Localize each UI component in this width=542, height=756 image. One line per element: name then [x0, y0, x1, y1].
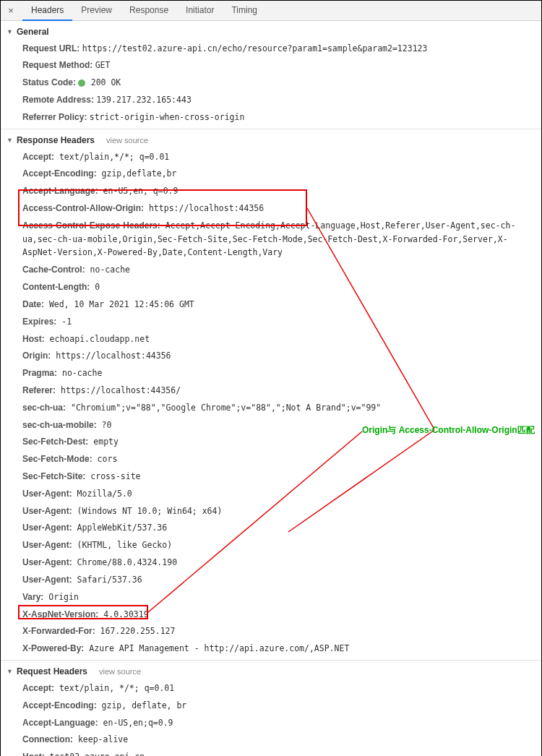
response-header-value: Chrome/88.0.4324.190: [72, 557, 177, 567]
tab-initiator[interactable]: Initiator: [177, 1, 223, 21]
request-header-value: keep-alive: [73, 734, 128, 744]
response-header-label: User-Agent:: [22, 575, 72, 585]
referrer-policy-value: strict-origin-when-cross-origin: [90, 112, 245, 122]
referrer-policy-label: Referrer Policy:: [22, 112, 87, 122]
response-header-label: Cache-Control:: [22, 265, 85, 275]
response-header-row: Accept: text/plain,*/*; q=0.01: [1, 148, 541, 166]
request-header-label: Accept-Encoding:: [22, 700, 97, 710]
response-header-row: X-AspNet-Version: 4.0.30319: [1, 606, 541, 623]
request-url-row: Request URL: https://test02.azure-api.cn…: [1, 40, 541, 57]
response-header-label: User-Agent:: [22, 557, 72, 567]
response-header-value: echoapi.cloudapp.net: [45, 334, 150, 344]
tab-response[interactable]: Response: [121, 1, 177, 21]
remote-address-value: 139.217.232.165:443: [96, 95, 192, 105]
response-header-value: AppleWebKit/537.36: [72, 523, 168, 533]
response-header-label: User-Agent:: [22, 489, 72, 499]
close-icon[interactable]: ×: [5, 5, 17, 17]
response-header-value: Azure API Management - http://api.azure.…: [84, 643, 349, 653]
response-header-value: no-cache: [85, 265, 130, 275]
response-header-row: User-Agent: AppleWebKit/537.36: [1, 520, 541, 537]
request-header-label: Accept:: [22, 683, 54, 693]
tab-preview[interactable]: Preview: [72, 1, 121, 21]
response-header-value: Wed, 10 Mar 2021 12:45:06 GMT: [44, 299, 194, 309]
response-header-label: Expires:: [22, 317, 56, 327]
status-ok-icon: [78, 80, 85, 87]
response-header-value: ?0: [97, 420, 112, 430]
response-header-label: Sec-Fetch-Dest:: [22, 437, 88, 447]
request-header-value: en-US,en;q=0.9: [98, 718, 173, 728]
response-header-label: User-Agent:: [22, 540, 72, 550]
request-header-row: Accept-Encoding: gzip, deflate, br: [1, 697, 541, 714]
response-headers-title: Response Headers: [17, 135, 95, 145]
request-headers-title: Request Headers: [17, 666, 87, 676]
response-header-row: User-Agent: Mozilla/5.0: [1, 485, 541, 502]
response-header-label: Pragma:: [22, 368, 57, 378]
response-header-row: Host: echoapi.cloudapp.net: [1, 330, 541, 348]
response-header-value: no-cache: [57, 368, 102, 378]
response-header-label: Referer:: [22, 385, 56, 395]
response-header-value: "Chromium";v="88","Google Chrome";v="88"…: [66, 403, 381, 413]
response-header-row: User-Agent: Chrome/88.0.4324.190: [1, 554, 541, 572]
request-method-row: Request Method: GET: [1, 57, 541, 74]
response-header-value: en-US,en; q=0.9: [98, 186, 178, 196]
view-source-link[interactable]: view source: [106, 136, 148, 145]
response-header-label: Accept-Encoding:: [22, 168, 97, 179]
response-header-row: Date: Wed, 10 Mar 2021 12:45:06 GMT: [1, 296, 541, 313]
request-header-label: Connection:: [22, 734, 73, 744]
request-url-value: https://test02.azure-api.cn/echo/resourc…: [82, 43, 428, 53]
request-header-label: Accept-Language:: [22, 718, 98, 728]
response-header-label: Access-Control-Expose-Headers:: [22, 220, 160, 231]
response-header-value: cross-site: [85, 471, 140, 481]
general-section: ▼ General Request URL: https://test02.az…: [1, 21, 541, 129]
response-header-label: Content-Length:: [22, 282, 90, 292]
response-headers-section: ▼ Response Headers view source Accept: t…: [1, 129, 541, 661]
response-header-label: Accept:: [22, 152, 54, 162]
request-header-row: Host: test02.azure-api.cn: [1, 749, 541, 756]
response-header-value: cors: [93, 454, 118, 464]
request-header-value: text/plain, */*; q=0.01: [54, 683, 174, 693]
response-header-label: Vary:: [22, 592, 43, 602]
response-header-label: X-AspNet-Version:: [22, 609, 98, 619]
response-header-label: Sec-Fetch-Mode:: [22, 454, 93, 464]
response-header-value: text/plain,*/*; q=0.01: [54, 152, 169, 162]
response-header-row: X-Powered-By: Azure API Management - htt…: [1, 640, 541, 658]
response-header-label: Origin:: [22, 351, 51, 361]
response-header-value: (KHTML, like Gecko): [72, 540, 172, 550]
response-header-label: Sec-Fetch-Site:: [22, 471, 85, 481]
response-header-value: -1: [56, 317, 72, 327]
chevron-down-icon: ▼: [7, 137, 14, 144]
response-header-row: Expires: -1: [1, 313, 541, 330]
devtools-tabs: × HeadersPreviewResponseInitiatorTiming: [1, 1, 541, 21]
general-header[interactable]: ▼ General: [1, 24, 541, 40]
response-header-value: https://localhost:44356: [144, 203, 264, 213]
response-header-label: User-Agent:: [22, 523, 72, 533]
request-method-label: Request Method:: [22, 60, 93, 70]
tab-headers[interactable]: Headers: [22, 1, 72, 21]
response-header-row: Access-Control-Allow-Origin: https://loc…: [1, 200, 541, 218]
response-header-row: Sec-Fetch-Mode: cors: [1, 451, 541, 468]
response-header-row: X-Forwarded-For: 167.220.255.127: [1, 623, 541, 640]
response-header-value: Mozilla/5.0: [72, 489, 132, 499]
request-headers-header[interactable]: ▼ Request Headers view source: [1, 663, 541, 679]
response-header-value: Safari/537.36: [72, 575, 142, 585]
response-header-label: Date:: [22, 299, 44, 309]
status-code-value: 200 OK: [91, 77, 121, 87]
status-code-row: Status Code: 200 OK: [1, 74, 541, 92]
referrer-policy-row: Referrer Policy: strict-origin-when-cros…: [1, 108, 541, 126]
response-header-row: Origin: https://localhost:44356: [1, 348, 541, 365]
response-header-row: Referer: https://localhost:44356/: [1, 382, 541, 399]
request-headers-section: ▼ Request Headers view source Accept: te…: [1, 661, 541, 756]
response-header-row: sec-ch-ua: "Chromium";v="88","Google Chr…: [1, 399, 541, 416]
response-header-row: User-Agent: (KHTML, like Gecko): [1, 537, 541, 554]
response-headers-header[interactable]: ▼ Response Headers view source: [1, 132, 541, 148]
response-header-label: Access-Control-Allow-Origin:: [22, 203, 144, 213]
response-header-value: Origin: [43, 592, 78, 602]
tab-timing[interactable]: Timing: [223, 1, 266, 21]
response-header-value: 4.0.30319: [98, 609, 148, 619]
response-header-label: X-Powered-By:: [22, 643, 84, 653]
request-header-label: Host:: [22, 752, 45, 756]
response-header-label: Host:: [22, 334, 45, 344]
response-header-label: User-Agent:: [22, 506, 72, 516]
response-header-row: Sec-Fetch-Site: cross-site: [1, 468, 541, 486]
view-source-link[interactable]: view source: [99, 667, 141, 676]
